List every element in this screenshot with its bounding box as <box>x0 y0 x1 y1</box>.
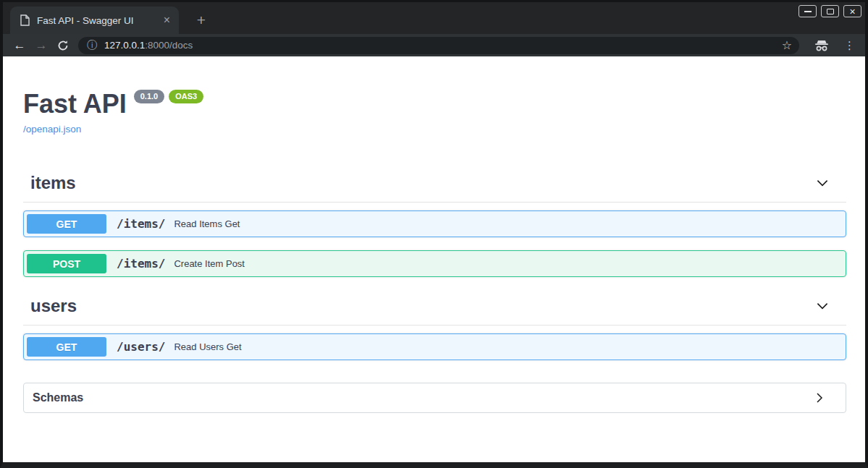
page-favicon-icon <box>20 14 30 26</box>
endpoint-path: /users/ <box>117 340 165 354</box>
tab-close-icon[interactable]: × <box>161 14 173 27</box>
method-badge: GET <box>27 214 106 234</box>
maximize-icon <box>827 9 834 14</box>
endpoint-get-users[interactable]: GET /users/ Read Users Get <box>23 333 846 360</box>
section-users: users GET /users/ Read Users Get <box>23 290 846 360</box>
tab-title: Fast API - Swagger UI <box>37 15 161 26</box>
endpoint-path: /items/ <box>117 257 165 271</box>
forward-icon[interactable]: → <box>30 38 52 53</box>
section-users-header[interactable]: users <box>23 290 846 326</box>
browser-toolbar: ← → ⓘ 127.0.0.1:8000/docs ☆ ⋮ <box>3 34 865 56</box>
chevron-down-icon[interactable] <box>806 175 839 191</box>
browser-tab[interactable]: Fast API - Swagger UI × <box>10 7 179 34</box>
page-title: Fast API 0.1.0 OAS3 <box>23 91 846 117</box>
section-title: items <box>30 173 76 193</box>
site-info-icon[interactable]: ⓘ <box>87 39 97 52</box>
endpoint-post-items[interactable]: POST /items/ Create Item Post <box>23 250 846 277</box>
chevron-down-icon[interactable] <box>806 298 839 314</box>
api-info: Fast API 0.1.0 OAS3 /openapi.json <box>23 91 846 135</box>
browser-window: Fast API - Swagger UI × + × ← → ⓘ 127.0.… <box>0 0 868 468</box>
section-items: items GET /items/ Read Items Get POST /i… <box>23 167 846 277</box>
endpoint-get-items[interactable]: GET /items/ Read Items Get <box>23 210 846 237</box>
endpoint-summary: Read Items Get <box>174 218 240 229</box>
close-icon: × <box>849 7 855 17</box>
incognito-icon <box>814 40 830 51</box>
version-badge: 0.1.0 <box>134 90 164 103</box>
browser-menu-icon[interactable]: ⋮ <box>840 39 859 52</box>
window-maximize-button[interactable] <box>821 5 839 17</box>
schemas-section[interactable]: Schemas <box>23 383 846 413</box>
chevron-right-icon[interactable] <box>804 391 835 405</box>
reload-icon[interactable] <box>52 40 74 51</box>
url-text: 127.0.0.1:8000/docs <box>104 40 782 51</box>
address-bar[interactable]: ⓘ 127.0.0.1:8000/docs ☆ <box>78 37 799 54</box>
window-close-button[interactable]: × <box>843 5 861 17</box>
bookmark-star-icon[interactable]: ☆ <box>782 38 792 52</box>
endpoint-summary: Read Users Get <box>174 341 241 352</box>
new-tab-button[interactable]: + <box>193 12 210 30</box>
section-title: users <box>30 296 77 316</box>
page-content: Fast API 0.1.0 OAS3 /openapi.json items <box>3 56 865 462</box>
method-badge: GET <box>27 337 106 357</box>
window-minimize-button[interactable] <box>799 5 817 17</box>
endpoint-path: /items/ <box>117 217 165 231</box>
openapi-spec-link[interactable]: /openapi.json <box>23 124 81 135</box>
endpoint-summary: Create Item Post <box>174 258 245 269</box>
window-controls: × <box>799 5 861 17</box>
back-icon[interactable]: ← <box>9 38 30 53</box>
minimize-icon <box>804 11 812 12</box>
url-path: :8000/docs <box>145 40 193 51</box>
schemas-label: Schemas <box>33 391 83 404</box>
section-items-header[interactable]: items <box>23 167 846 203</box>
api-title: Fast API <box>23 91 127 117</box>
titlebar: Fast API - Swagger UI × + × <box>3 2 865 34</box>
url-host: 127.0.0.1 <box>104 40 145 51</box>
oas3-badge: OAS3 <box>169 90 203 103</box>
method-badge: POST <box>27 254 106 273</box>
